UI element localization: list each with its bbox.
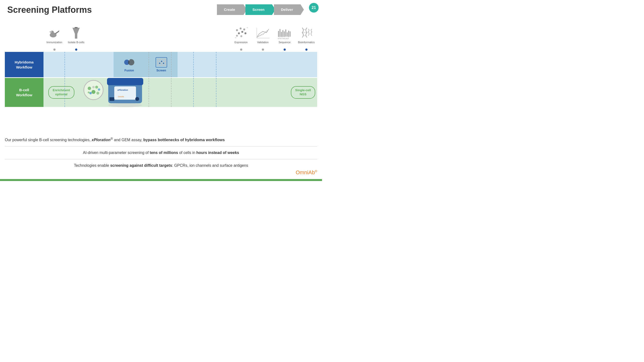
svg-text:xPloration: xPloration <box>117 89 128 91</box>
svg-point-64 <box>92 90 96 94</box>
svg-point-6 <box>51 31 52 32</box>
hybridoma-row: HybridomaWorkflow + Fusion <box>5 52 317 77</box>
svg-rect-28 <box>285 29 286 37</box>
svg-point-55 <box>157 65 158 66</box>
bottom-text-1: Our powerful single B-cell screening tec… <box>5 136 317 146</box>
svg-text:+: + <box>235 36 236 39</box>
ai-driven-normal: AI-driven multi-parameter screening of <box>83 151 150 155</box>
svg-text:+: + <box>128 59 130 61</box>
svg-point-14 <box>238 32 240 34</box>
svg-rect-10 <box>75 27 78 28</box>
icon-isolate-bcells: Isolate B-cells <box>65 26 87 44</box>
svg-rect-26 <box>282 30 283 37</box>
svg-point-77 <box>108 103 142 107</box>
svg-point-54 <box>165 63 166 64</box>
ngs-badge: Single-cellNGS <box>291 86 315 99</box>
dot-bioinformatics <box>305 48 308 51</box>
nav-container: Create Screen Deliver <box>217 4 309 15</box>
vline-bioinformatics-bcell <box>216 78 216 107</box>
expression-label: Expression <box>234 41 248 44</box>
dot-sequence <box>284 48 286 51</box>
svg-point-57 <box>161 65 162 66</box>
vline-validation-hyb <box>171 52 172 77</box>
svg-point-58 <box>163 65 164 66</box>
svg-rect-31 <box>290 31 290 37</box>
vline-isolate-bcell <box>64 78 65 107</box>
svg-point-50 <box>157 63 158 64</box>
svg-point-53 <box>163 63 164 64</box>
bottom-text1-normal: Our powerful single B-cell screening tec… <box>5 138 92 142</box>
bypass-bold: bypass bottlenecks of hybridoma workflow… <box>143 138 225 142</box>
svg-rect-23 <box>278 31 279 37</box>
bioinformatics-label: Bioinformatics <box>298 41 314 44</box>
icon-expression: + + Expression <box>230 26 252 44</box>
svg-rect-24 <box>280 29 280 37</box>
hybridoma-label: HybridomaWorkflow <box>15 60 34 70</box>
svg-point-51 <box>159 63 160 64</box>
icon-immunization: Immunization <box>44 26 65 44</box>
svg-point-59 <box>165 65 166 66</box>
gpcrs-rest: : GPCRs, ion channels and surface antige… <box>172 163 248 167</box>
technologies-normal: Technologies enable <box>74 163 110 167</box>
page-title: Screening Platforms <box>7 5 92 15</box>
svg-point-42 <box>161 59 162 60</box>
diagram-area: Immunization Isolate B-cells <box>5 26 317 128</box>
svg-point-13 <box>243 28 245 30</box>
svg-point-46 <box>159 61 160 62</box>
svg-point-74 <box>135 97 139 101</box>
bottom-text-3: Technologies enable screening against di… <box>5 163 317 168</box>
registered-mark: ® <box>111 137 113 140</box>
svg-point-48 <box>163 61 164 62</box>
svg-point-12 <box>240 27 242 29</box>
bcell-row: B-cellWorkflow Enrichmentoptional <box>5 78 317 107</box>
svg-point-67 <box>92 86 95 88</box>
svg-point-15 <box>241 31 243 33</box>
svg-point-16 <box>244 32 246 34</box>
nav-create[interactable]: Create <box>224 7 235 11</box>
svg-point-65 <box>90 92 92 94</box>
svg-point-44 <box>165 59 166 60</box>
svg-point-63 <box>95 86 98 89</box>
bcell-label: B-cellWorkflow <box>16 87 32 97</box>
svg-text:+: + <box>247 26 248 29</box>
icon-validation: Validation <box>252 26 274 44</box>
of-cells: of cells in <box>178 151 196 155</box>
svg-point-69 <box>98 88 100 91</box>
svg-rect-71 <box>107 78 143 85</box>
bottom-text1-rest: and GEM assay, <box>113 138 143 142</box>
svg-point-45 <box>157 61 158 62</box>
dot-validation <box>262 48 264 51</box>
dot-expression <box>240 48 242 51</box>
hours-weeks-bold: hours instead of weeks <box>196 151 239 155</box>
icon-sequence: ATGCTAGCAGT Sequence <box>274 26 296 44</box>
svg-point-62 <box>88 87 91 90</box>
immunization-label: Immunization <box>46 41 62 44</box>
svg-rect-27 <box>284 31 285 37</box>
svg-point-47 <box>161 61 162 62</box>
svg-text:ATGCTAGCAGT: ATGCTAGCAGT <box>278 38 289 39</box>
svg-rect-30 <box>288 31 289 37</box>
svg-line-8 <box>58 31 59 31</box>
svg-rect-25 <box>281 32 282 37</box>
svg-point-40 <box>157 59 158 60</box>
svg-rect-29 <box>287 32 288 37</box>
svg-point-18 <box>240 35 242 37</box>
nav-deliver[interactable]: Deliver <box>281 7 293 11</box>
screening-bold: screening against difficult targets <box>110 163 172 167</box>
dot-isolate <box>75 48 77 51</box>
svg-point-49 <box>165 61 166 62</box>
slide-number: 21 <box>309 3 318 12</box>
isolate-bcells-label: Isolate B-cells <box>68 41 84 44</box>
xploration-device: xPloration OmniAb <box>101 69 149 109</box>
vline-sequence-bcell <box>193 78 194 107</box>
omniab-text: OmniAb <box>296 169 315 175</box>
icon-bioinformatics: Bioinformatics <box>296 26 317 44</box>
bottom-bar <box>0 179 322 181</box>
svg-text:OmniAb: OmniAb <box>118 96 124 97</box>
sequence-label: Sequence <box>278 41 290 44</box>
validation-label: Validation <box>257 41 268 44</box>
nav-screen[interactable]: Screen <box>252 7 264 11</box>
svg-point-66 <box>96 92 99 95</box>
omniab-logo: OmniAb® <box>296 169 317 176</box>
xploration-bold: xPloration <box>92 138 110 142</box>
